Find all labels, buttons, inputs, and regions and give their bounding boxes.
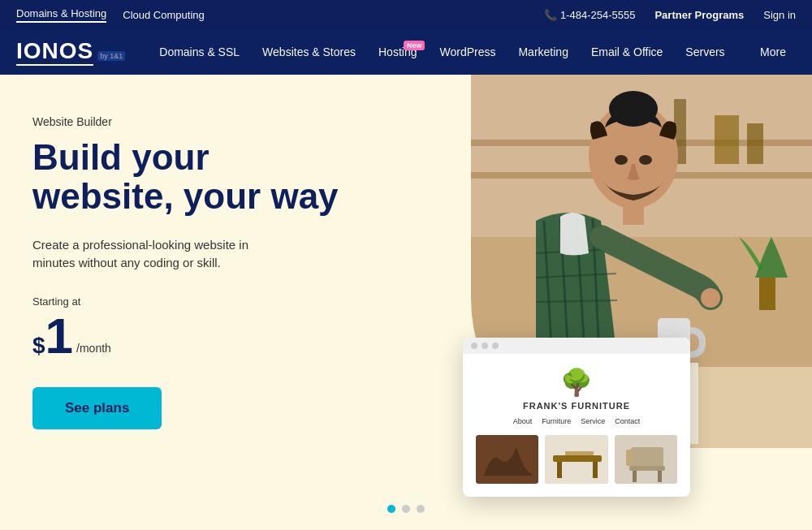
- hero-left-content: Website Builder Build your website, your…: [0, 75, 390, 529]
- top-bar-link-domains-hosting[interactable]: Domains & Hosting: [16, 7, 106, 23]
- carousel-dot-active[interactable]: [387, 505, 395, 513]
- svg-point-17: [639, 155, 652, 165]
- mock-tree-icon: 🌳: [476, 367, 677, 398]
- mock-product-2: [545, 435, 607, 484]
- hero-title: Build your website, your way: [32, 138, 357, 217]
- svg-rect-34: [658, 471, 662, 482]
- logo[interactable]: IONOS by 1&1: [16, 38, 125, 66]
- mock-nav-contact: Contact: [615, 417, 640, 425]
- see-plans-button[interactable]: See plans: [32, 387, 162, 429]
- svg-rect-22: [759, 278, 775, 310]
- top-bar-link-cloud[interactable]: Cloud Computing: [123, 9, 204, 21]
- nav-wordpress[interactable]: WordPress: [430, 39, 505, 65]
- browser-dot-2: [482, 343, 488, 349]
- mock-website-nav: About Furniture Service Contact: [476, 417, 677, 425]
- mock-product-3: [615, 435, 677, 484]
- top-bar-right: 📞 1-484-254-5555 Partner Programs Sign i…: [544, 9, 796, 21]
- main-nav: IONOS by 1&1 Domains & SSL Websites & St…: [0, 29, 812, 75]
- mock-product-1: [476, 435, 538, 484]
- svg-rect-33: [633, 471, 637, 482]
- browser-dot-1: [471, 343, 477, 349]
- nav-marketing[interactable]: Marketing: [508, 39, 577, 65]
- logo-text: IONOS: [16, 38, 93, 66]
- svg-rect-28: [593, 462, 598, 478]
- phone-icon: 📞: [544, 9, 557, 21]
- svg-point-19: [701, 288, 720, 308]
- price-number: 1: [45, 311, 73, 361]
- partner-programs-link[interactable]: Partner Programs: [654, 9, 744, 21]
- sign-in-link[interactable]: Sign in: [763, 9, 796, 21]
- mock-website-card: 🌳 FRANK'S FURNITURE About Furniture Serv…: [463, 338, 690, 497]
- svg-rect-32: [629, 466, 665, 471]
- hero-description: Create a professional-looking website in…: [32, 236, 292, 273]
- carousel-dots: [387, 505, 425, 513]
- carousel-dot-3[interactable]: [417, 505, 425, 513]
- svg-rect-5: [747, 123, 763, 164]
- svg-rect-29: [565, 451, 594, 455]
- svg-rect-31: [631, 447, 663, 468]
- nav-domains-ssl[interactable]: Domains & SSL: [149, 39, 249, 65]
- mock-store-name: FRANK'S FURNITURE: [476, 401, 677, 411]
- hero-section: Website Builder Build your website, your…: [0, 75, 812, 529]
- price-row: $ 1 /month: [32, 311, 357, 361]
- svg-rect-24: [476, 435, 538, 484]
- mock-nav-furniture: Furniture: [542, 417, 571, 425]
- nav-hosting[interactable]: Hosting New: [369, 39, 426, 65]
- per-month-label: /month: [76, 342, 111, 355]
- mock-nav-about: About: [513, 417, 533, 425]
- phone-number: 📞 1-484-254-5555: [544, 9, 635, 21]
- mock-nav-service: Service: [581, 417, 605, 425]
- top-bar-left-links: Domains & Hosting Cloud Computing: [16, 7, 205, 23]
- svg-rect-4: [715, 115, 739, 164]
- hero-subtitle: Website Builder: [32, 115, 357, 128]
- browser-dot-3: [492, 343, 499, 349]
- dollar-sign: $: [32, 333, 45, 359]
- nav-email-office[interactable]: Email & Office: [581, 39, 672, 65]
- hero-right-image: 🌳 FRANK'S FURNITURE About Furniture Serv…: [406, 75, 812, 529]
- mock-products: [476, 435, 677, 484]
- nav-items: Domains & SSL Websites & Stores Hosting …: [149, 39, 750, 65]
- svg-rect-18: [623, 200, 644, 225]
- mock-browser-bar: [463, 338, 690, 354]
- hosting-new-badge: New: [404, 41, 425, 50]
- svg-rect-35: [626, 450, 633, 466]
- nav-servers[interactable]: Servers: [676, 39, 734, 65]
- logo-by: by 1&1: [97, 51, 125, 61]
- mock-website-content: 🌳 FRANK'S FURNITURE About Furniture Serv…: [463, 354, 690, 497]
- svg-rect-27: [557, 462, 562, 478]
- svg-rect-26: [553, 455, 602, 462]
- starting-at-label: Starting at: [32, 295, 357, 308]
- top-bar: Domains & Hosting Cloud Computing 📞 1-48…: [0, 0, 812, 29]
- nav-more[interactable]: More: [750, 39, 796, 65]
- svg-point-16: [615, 155, 628, 165]
- carousel-dot-2[interactable]: [402, 505, 410, 513]
- nav-websites-stores[interactable]: Websites & Stores: [253, 39, 365, 65]
